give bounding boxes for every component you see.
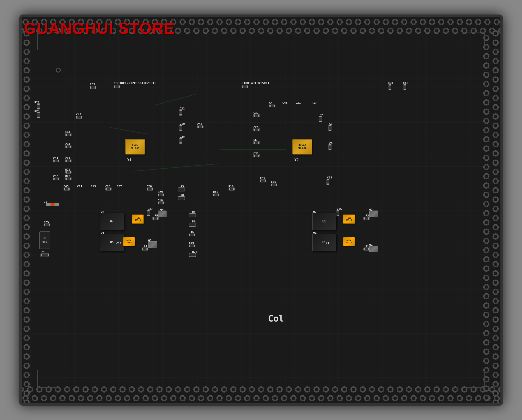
ic-u2-label: U2 xyxy=(313,213,336,230)
connector-hole xyxy=(392,395,398,401)
connector-hole xyxy=(115,395,121,401)
connector-hole xyxy=(23,67,30,73)
connector-hole xyxy=(314,28,320,34)
smd-r19 xyxy=(229,188,235,191)
connector-hole xyxy=(503,19,503,25)
label-c34: C34 xyxy=(197,123,202,126)
connector-hole xyxy=(483,72,490,78)
tant-cap-c2: +10V493.5 xyxy=(343,237,355,246)
connector-hole xyxy=(304,386,310,392)
connector-hole xyxy=(272,395,278,401)
smd-r17 xyxy=(269,104,276,107)
connector-hole xyxy=(226,19,232,25)
connector-hole xyxy=(355,19,361,25)
connector-hole xyxy=(360,28,366,34)
connector-hole xyxy=(212,28,218,34)
connector-hole xyxy=(23,307,30,313)
connector-hole xyxy=(87,395,93,401)
connector-hole xyxy=(483,145,490,152)
connector-hole xyxy=(23,289,30,295)
smd-r11 xyxy=(242,85,248,88)
label-c6: C6 xyxy=(253,138,257,142)
label-r28: R28 xyxy=(65,168,70,171)
label-c48: C48 xyxy=(403,81,408,85)
connector-hole xyxy=(23,233,30,240)
label-c31: C31 xyxy=(296,101,301,105)
connector-hole xyxy=(32,395,38,401)
connector-hole xyxy=(492,160,499,166)
connector-hole xyxy=(23,160,30,166)
connector-hole xyxy=(267,28,273,34)
connector-hole xyxy=(253,19,260,25)
label-c44: C44 xyxy=(65,130,70,134)
connector-hole xyxy=(438,19,444,25)
connector-hole xyxy=(235,19,241,25)
connector-hole xyxy=(483,238,490,244)
label-c8: C8 xyxy=(329,142,333,145)
label-c43: C43 xyxy=(283,101,287,105)
connector-hole xyxy=(492,224,499,230)
connector-hole xyxy=(484,19,491,25)
connector-hole xyxy=(124,395,130,401)
trace-4 xyxy=(132,163,220,172)
connector-hole xyxy=(483,136,490,142)
label-r49: R49 xyxy=(213,190,218,194)
connector-hole xyxy=(429,395,435,401)
connector-hole xyxy=(23,344,30,350)
connector-hole xyxy=(23,141,30,147)
label-u4: U4 xyxy=(101,210,105,213)
corner-tr xyxy=(468,32,485,50)
connector-hole xyxy=(23,206,30,212)
connector-hole xyxy=(498,386,503,392)
label-c45: C45 xyxy=(64,185,69,188)
connector-hole xyxy=(406,28,412,34)
connector-hole xyxy=(267,386,273,392)
connector-hole xyxy=(492,67,499,73)
label-r8: R8 xyxy=(181,193,184,197)
label-r17: R17 xyxy=(312,101,317,105)
connector-hole xyxy=(19,395,19,401)
connector-hole xyxy=(23,113,30,120)
label-c18: C18 xyxy=(158,199,163,202)
connector-hole xyxy=(143,395,149,401)
connector-hole xyxy=(299,395,306,401)
label-r3: R3 xyxy=(366,214,369,217)
connector-hole xyxy=(492,215,499,221)
smd-r3 xyxy=(363,217,369,220)
smd-c19 xyxy=(179,125,182,131)
smd-r5 xyxy=(153,217,159,220)
connector-hole xyxy=(492,30,499,37)
connector-hole xyxy=(483,395,490,401)
holes-left xyxy=(23,30,30,390)
connector-hole xyxy=(281,395,287,401)
connector-hole xyxy=(483,219,490,225)
tant-cap-c17: +10V134518 xyxy=(123,237,135,246)
connector-hole xyxy=(483,192,490,198)
smd-c7 xyxy=(319,116,322,122)
connector-hole xyxy=(410,395,417,401)
label-u3: U3 xyxy=(101,231,105,234)
ic-u4: U4 xyxy=(100,213,124,230)
label-c50: C50 xyxy=(53,174,58,178)
connector-hole xyxy=(483,256,490,262)
label-r5: R5 xyxy=(155,214,158,217)
connector-hole xyxy=(443,28,449,34)
connector-hole xyxy=(23,353,30,360)
connector-hole xyxy=(152,395,158,401)
connector-hole xyxy=(226,395,232,401)
trace-2 xyxy=(109,127,149,135)
connector-hole xyxy=(483,358,490,364)
connector-hole xyxy=(420,19,426,25)
connector-hole xyxy=(119,386,126,392)
connector-hole xyxy=(203,386,209,392)
store-watermark: GUANGHUI STORE xyxy=(24,19,175,37)
connector-hole xyxy=(466,19,472,25)
connector-hole xyxy=(466,395,472,401)
connector-hole xyxy=(92,386,98,392)
connector-hole xyxy=(483,173,490,179)
crystal-y2-text: JOSC3 SM.000 xyxy=(293,140,312,154)
connector-hole xyxy=(475,395,481,401)
label-c19: C19 xyxy=(180,122,185,126)
holes-right-inner xyxy=(483,35,490,385)
connector-hole xyxy=(483,118,490,124)
